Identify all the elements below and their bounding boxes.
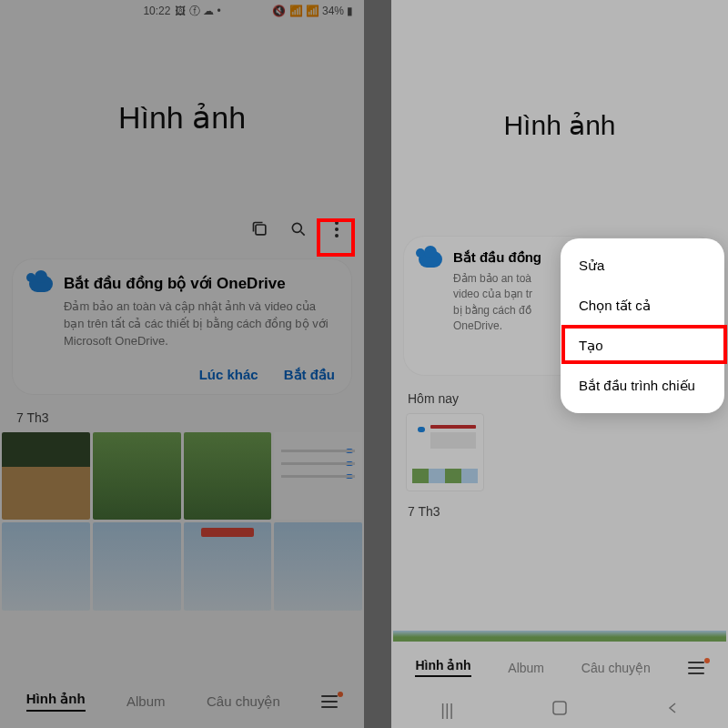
svg-rect-0 — [256, 225, 266, 235]
system-navbar: ||| — [391, 692, 728, 728]
recents-icon[interactable]: ||| — [440, 701, 453, 720]
card-desc: Đảm bảo an toàn và cập nhật ảnh và video… — [64, 298, 335, 350]
photo-strip[interactable] — [393, 631, 726, 642]
photo-thumb[interactable] — [93, 432, 181, 521]
tab-photos[interactable]: Hình ảnh — [415, 658, 470, 677]
page-title: Hình ảnh — [0, 99, 364, 136]
later-button[interactable]: Lúc khác — [199, 367, 258, 383]
search-icon[interactable] — [289, 220, 308, 242]
menu-create[interactable]: Tạo — [561, 326, 724, 366]
menu-select-all[interactable]: Chọn tất cả — [561, 286, 724, 326]
status-time: 10:22 — [143, 5, 170, 17]
menu-edit[interactable]: Sửa — [561, 246, 724, 286]
status-center: 10:22 🖼 ⓕ ☁ • — [143, 4, 220, 19]
photo-thumb[interactable] — [2, 522, 90, 611]
photo-thumb[interactable] — [184, 432, 272, 521]
page-title-right: Hình ảnh — [391, 109, 728, 141]
more-icon[interactable] — [328, 217, 346, 245]
svg-rect-6 — [553, 702, 566, 714]
photo-thumb[interactable] — [274, 522, 362, 611]
onedrive-icon — [419, 251, 442, 268]
menu-icon[interactable] — [321, 695, 338, 708]
svg-point-3 — [335, 221, 339, 225]
tab-story[interactable]: Câu chuyện — [581, 661, 651, 675]
svg-point-4 — [335, 228, 339, 231]
photo-thumb[interactable] — [406, 413, 484, 491]
svg-line-2 — [301, 232, 305, 236]
svg-point-1 — [292, 223, 301, 232]
onedrive-card: Bắt đầu đồng bộ với OneDrive Đảm bảo an … — [13, 259, 351, 394]
start-button[interactable]: Bắt đầu — [284, 367, 335, 383]
tab-photos[interactable]: Hình ảnh — [26, 691, 86, 712]
section-date: 7 Th3 — [0, 394, 364, 432]
tab-story[interactable]: Câu chuyện — [207, 693, 280, 710]
status-right: 🔇 📶 📶 34% ▮ — [272, 5, 353, 17]
card-title: Bắt đầu đồng bộ với OneDrive — [64, 274, 335, 293]
svg-point-5 — [335, 234, 339, 238]
menu-icon[interactable] — [688, 662, 704, 674]
photo-thumb[interactable] — [274, 432, 362, 521]
photo-thumb[interactable] — [2, 432, 90, 521]
overflow-menu: Sửa Chọn tất cả Tạo Bắt đầu trình chiếu — [561, 238, 724, 413]
photo-thumb[interactable] — [184, 522, 272, 611]
stack-icon[interactable] — [251, 220, 269, 242]
status-battery: 34% — [322, 5, 344, 17]
photo-thumb[interactable] — [93, 522, 181, 611]
section-date: 7 Th3 — [391, 491, 728, 526]
back-icon[interactable] — [666, 702, 679, 718]
tab-album[interactable]: Album — [508, 661, 544, 675]
menu-slideshow[interactable]: Bắt đầu trình chiếu — [561, 366, 724, 406]
tab-album[interactable]: Album — [126, 693, 166, 709]
onedrive-icon — [29, 276, 53, 292]
home-icon[interactable] — [552, 701, 567, 719]
